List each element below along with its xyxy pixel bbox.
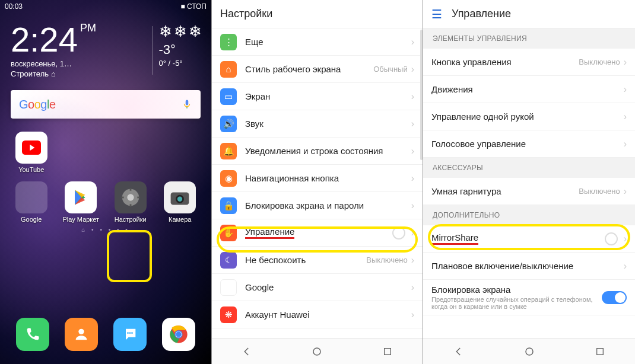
row-label: Блокировка экрана и пароли: [245, 200, 411, 210]
mic-icon[interactable]: [182, 99, 192, 110]
app-youtube[interactable]: YouTube: [8, 132, 55, 173]
row-home-style[interactable]: ⌂Стиль рабочего экранаОбычный›: [212, 56, 423, 83]
nav-recent[interactable]: [594, 346, 606, 357]
row-subtitle: Предотвращение случайных операций с теле…: [431, 296, 602, 310]
statusbar-stop-rec[interactable]: ■ СТОП: [180, 2, 207, 11]
dock-contacts[interactable]: [65, 318, 98, 351]
nav-back[interactable]: [453, 346, 465, 357]
row-more[interactable]: ⋮Еще›: [212, 28, 423, 56]
chevron-right-icon: ›: [624, 186, 627, 197]
row-voice[interactable]: Голосовое управление›: [423, 130, 635, 158]
dock-chrome[interactable]: [162, 318, 195, 351]
hand-icon: ✋: [220, 225, 237, 241]
row-label: Google: [245, 282, 411, 292]
bell-icon: 🔔: [220, 143, 237, 159]
svg-point-18: [313, 348, 320, 355]
svg-point-13: [131, 332, 133, 334]
settings-list: ⋮Еще› ⌂Стиль рабочего экранаОбычный› ▭Эк…: [212, 28, 423, 338]
home-icon: ⌂: [220, 61, 237, 78]
row-nav-key[interactable]: ◉Навигационная кнопка›: [212, 165, 423, 192]
youtube-icon: [15, 132, 47, 164]
app-label: YouTube: [18, 166, 44, 173]
row-label: Управление одной рукой: [431, 111, 624, 122]
chevron-right-icon: ›: [624, 139, 627, 149]
chevron-right-icon: ›: [411, 282, 414, 293]
row-label: Кнопка управления: [431, 57, 579, 67]
row-mirrorshare[interactable]: MirrorShare›: [423, 225, 635, 253]
row-google[interactable]: GGoogle›: [212, 274, 423, 301]
page-title: Управление: [452, 8, 511, 20]
chevron-right-icon: ›: [411, 119, 414, 129]
svg-point-20: [526, 348, 533, 355]
app-play-market[interactable]: Play Маркет: [58, 181, 104, 223]
row-label: Управление: [245, 226, 392, 239]
app-google-folder[interactable]: Google: [8, 181, 55, 223]
svg-point-11: [127, 332, 129, 334]
clock-weather-widget[interactable]: 2:24PM воскресенье, 1… Строитель⌂ ❄ ❄ ❄ …: [0, 13, 211, 83]
row-label: Умная гарнитура: [431, 186, 579, 196]
row-smart-headset[interactable]: Умная гарнитураВыключено›: [423, 178, 635, 205]
row-label: Стиль рабочего экрана: [245, 64, 373, 74]
app-settings[interactable]: Настройки: [107, 181, 154, 223]
row-label: Аккаунт Huawei: [245, 309, 411, 320]
app-camera[interactable]: Камера: [157, 181, 204, 223]
row-value: Выключено: [366, 256, 407, 264]
row-notifications[interactable]: 🔔Уведомления и строка состояния›: [212, 138, 423, 165]
folder-icon: [15, 181, 47, 213]
row-label: Навигационная кнопка: [245, 173, 411, 183]
nav-home[interactable]: [523, 346, 535, 357]
homescreen-panel: 00:03 ■ СТОП 2:24PM воскресенье, 1… Стро…: [0, 0, 211, 364]
nav-icon: ◉: [220, 170, 237, 187]
chevron-right-icon: ›: [411, 309, 414, 320]
nav-recent[interactable]: [382, 346, 393, 357]
android-navbar: [212, 338, 423, 364]
row-dnd[interactable]: ☾Не беспокоитьВыключено›: [212, 247, 423, 274]
row-control-button[interactable]: Кнопка управленияВыключено›: [423, 49, 635, 76]
dock-phone[interactable]: [16, 318, 49, 351]
weather-temp: -3°: [159, 42, 201, 58]
row-onehand[interactable]: Управление одной рукой›: [423, 103, 635, 130]
nav-home[interactable]: [311, 346, 323, 357]
row-huawei[interactable]: ❋Аккаунт Huawei›: [212, 301, 423, 328]
chevron-right-icon: ›: [411, 64, 414, 75]
row-sound[interactable]: 🔊Звук›: [212, 110, 423, 138]
row-lockscreen-pocket[interactable]: Блокировка экрана Предотвращение случайн…: [423, 280, 635, 315]
chevron-right-icon: ›: [624, 234, 627, 244]
toggle-lockscreen[interactable]: [602, 291, 627, 304]
home-icon: ⌂: [51, 69, 56, 78]
row-motion[interactable]: Движения›: [423, 76, 635, 103]
row-value: Выключено: [579, 58, 620, 66]
clock-city: Строитель⌂: [11, 69, 147, 78]
clock-time: 2:24PM: [11, 23, 147, 57]
highlight-settings-app: [107, 230, 152, 282]
more-icon: ⋮: [220, 34, 237, 50]
circle-indicator: [605, 232, 618, 245]
svg-rect-21: [596, 348, 603, 355]
screen-icon: ▭: [220, 88, 237, 105]
row-label: MirrorShare: [431, 232, 605, 245]
row-control[interactable]: ✋Управление›: [212, 219, 423, 247]
dock-messages[interactable]: [113, 318, 147, 351]
svg-point-12: [129, 332, 131, 334]
svg-point-10: [78, 329, 84, 334]
huawei-icon: ❋: [220, 306, 237, 323]
chevron-right-icon: ›: [411, 255, 414, 266]
row-screen[interactable]: ▭Экран›: [212, 83, 423, 110]
circle-indicator: [392, 226, 405, 240]
row-lock[interactable]: 🔒Блокировка экрана и пароли›: [212, 192, 423, 219]
google-logo: Google: [19, 98, 56, 111]
row-label: Уведомления и строка состояния: [245, 146, 411, 156]
status-bar: 00:03 ■ СТОП: [0, 0, 211, 13]
android-navbar: [423, 338, 635, 364]
google-search-bar[interactable]: Google: [11, 90, 201, 119]
nav-back[interactable]: [241, 346, 253, 357]
hamburger-icon[interactable]: ☰: [431, 7, 442, 21]
row-label: Движения: [431, 84, 624, 94]
page-indicator[interactable]: ⌂ • • • • •: [0, 226, 211, 233]
row-label: Плановое включение/выключение: [431, 261, 624, 271]
row-label: Еще: [245, 37, 411, 47]
control-panel: ☰ Управление ЭЛЕМЕНТЫ УПРАВЛЕНИЯ Кнопка …: [423, 0, 635, 364]
row-scheduled-power[interactable]: Плановое включение/выключение›: [423, 253, 635, 280]
chevron-right-icon: ›: [411, 173, 414, 184]
section-accessories: АКСЕССУАРЫ: [423, 158, 635, 178]
